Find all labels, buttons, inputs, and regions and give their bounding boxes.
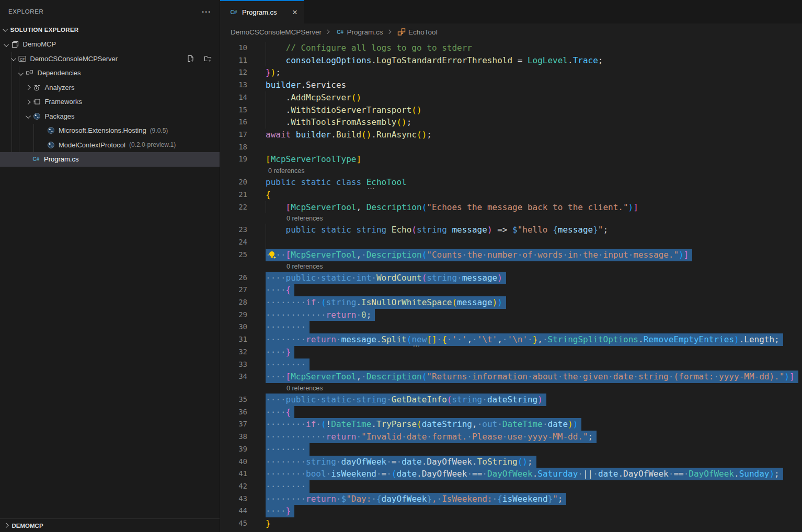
code-content[interactable] [247, 141, 802, 154]
code-line-40[interactable]: 40········string·dayOfWeek·=·date.DayOfW… [220, 456, 802, 468]
code-content[interactable]: ········ [247, 358, 802, 371]
code-content[interactable]: [McpServerToolType] [247, 153, 802, 166]
code-line-27[interactable]: 27····{ [220, 284, 802, 296]
code-line-10[interactable]: 10 // Configure all logs to go to stderr [220, 42, 802, 54]
code-content[interactable]: ········string·dayOfWeek·=·date.DayOfWee… [247, 456, 802, 468]
new-folder-icon[interactable] [204, 54, 212, 63]
breadcrumb-item-echotool[interactable]: EchoTool [394, 28, 438, 36]
code-content[interactable]: ········return·$"Day:·{dayOfWeek},·IsWee… [247, 493, 802, 505]
code-line-23[interactable]: 23 public static string Echo(string mess… [220, 224, 802, 236]
code-content[interactable]: consoleLogOptions.LogToStandardErrorThre… [247, 54, 802, 67]
code-line-36[interactable]: 36····{ [220, 406, 802, 419]
code-line-33[interactable]: 33········ [220, 358, 802, 371]
chevron-right-icon[interactable] [4, 523, 8, 528]
tree-item-demomcp[interactable]: DemoMCP [0, 37, 220, 52]
code-line-31[interactable]: 31········return·message.Split(new[]·{·'… [220, 333, 802, 346]
code-content[interactable]: ····[McpServerTool,·Description("Returns… [247, 371, 802, 383]
chevron-right-icon[interactable] [26, 99, 30, 104]
code-content[interactable]: .WithStdioServerTransport() [247, 104, 802, 117]
breadcrumb-item-program-cs[interactable]: C#Program.cs [333, 28, 383, 36]
code-content[interactable]: { [247, 189, 802, 201]
chevron-down-icon[interactable] [11, 56, 16, 61]
code-content[interactable]: ············return·0; [247, 309, 802, 321]
code-content[interactable]: ····} [247, 346, 802, 358]
chevron-down-icon[interactable] [3, 27, 7, 31]
chevron-right-icon[interactable] [26, 85, 30, 90]
code-line-42[interactable]: 42········ [220, 480, 802, 493]
chevron-down-icon[interactable] [18, 70, 23, 75]
code-content[interactable]: public static class EchoTool [247, 176, 802, 189]
code-content[interactable]: ····[McpServerTool,·Description("Counts·… [247, 249, 802, 261]
code-content[interactable]: ········if·(string.IsNullOrWhiteSpace(me… [247, 296, 802, 309]
code-line-13[interactable]: 13builder.Services [220, 79, 802, 91]
codelens-references[interactable]: 0 references [220, 383, 802, 394]
close-icon[interactable]: × [292, 8, 297, 17]
code-content[interactable]: public static string Echo(string message… [247, 224, 802, 236]
code-line-14[interactable]: 14 .AddMcpServer() [220, 91, 802, 104]
code-line-20[interactable]: 20public static class EchoTool [220, 176, 802, 189]
code-content[interactable]: }); [247, 66, 802, 79]
code-line-25[interactable]: 25····[McpServerTool,·Description("Count… [220, 249, 802, 261]
codelens-references[interactable]: 0 references [220, 261, 802, 272]
solution-explorer-section-header[interactable]: SOLUTION EXPLORER [0, 23, 220, 36]
lightbulb-icon[interactable] [268, 250, 277, 260]
code-line-24[interactable]: 24 [220, 236, 802, 249]
new-file-icon[interactable] [186, 54, 194, 63]
code-line-41[interactable]: 41········bool·isWeekend·=·(date.DayOfWe… [220, 468, 802, 480]
chevron-down-icon[interactable] [26, 113, 30, 118]
codelens-references[interactable]: 0 references [220, 166, 802, 176]
code-content[interactable]: [McpServerTool, Description("Echoes the … [247, 201, 802, 214]
code-content[interactable] [247, 236, 802, 249]
code-content[interactable]: ····} [247, 505, 802, 517]
code-line-43[interactable]: 43········return·$"Day:·{dayOfWeek},·IsW… [220, 493, 802, 505]
code-line-18[interactable]: 18 [220, 141, 802, 154]
code-content[interactable]: ········if·(!DateTime.TryParse(dateStrin… [247, 418, 802, 431]
code-line-12[interactable]: 12}); [220, 66, 802, 79]
code-line-19[interactable]: 19[McpServerToolType] [220, 153, 802, 166]
code-content[interactable]: .AddMcpServer() [247, 91, 802, 104]
code-content[interactable]: await builder.Build().RunAsync(); [247, 129, 802, 141]
code-line-29[interactable]: 29············return·0; [220, 309, 802, 321]
more-actions-icon[interactable]: ··· [202, 7, 211, 16]
code-line-45[interactable]: 45} [220, 517, 802, 530]
code-area[interactable]: 10 // Configure all logs to go to stderr… [220, 40, 802, 532]
code-content[interactable]: } [247, 517, 802, 530]
code-content[interactable]: ········return·message.Split(new[]·{·'·'… [247, 333, 802, 346]
code-line-16[interactable]: 16 .WithToolsFromAssembly(); [220, 116, 802, 129]
code-content[interactable]: // Configure all logs to go to stderr [247, 42, 802, 54]
code-line-32[interactable]: 32····} [220, 346, 802, 358]
tree-item-analyzers[interactable]: Analyzers [0, 80, 220, 95]
code-content[interactable]: ········ [247, 321, 802, 333]
code-line-37[interactable]: 37········if·(!DateTime.TryParse(dateStr… [220, 418, 802, 431]
code-content[interactable]: ····public·static·string·GetDateInfo(str… [247, 394, 802, 406]
tree-item-microsoft-extensions-hosting[interactable]: Microsoft.Extensions.Hosting(9.0.5) [0, 123, 220, 138]
tree-item-dependencies[interactable]: Dependencies [0, 66, 220, 80]
tree-item-modelcontextprotocol[interactable]: ModelContextProtocol(0.2.0-preview.1) [0, 138, 220, 153]
tree-item-program-cs[interactable]: C#Program.cs [0, 152, 220, 167]
chevron-down-icon[interactable] [4, 41, 8, 46]
tree-item-frameworks[interactable]: Frameworks [0, 95, 220, 109]
code-content[interactable]: ····{ [247, 284, 802, 296]
code-line-22[interactable]: 22 [McpServerTool, Description("Echoes t… [220, 201, 802, 214]
code-line-17[interactable]: 17await builder.Build().RunAsync(); [220, 129, 802, 141]
code-line-34[interactable]: 34····[McpServerTool,·Description("Retur… [220, 371, 802, 383]
tree-item-packages[interactable]: Packages [0, 109, 220, 124]
code-line-15[interactable]: 15 .WithStdioServerTransport() [220, 104, 802, 117]
breadcrumb-item-democsconsolemcpserver[interactable]: DemoCSConsoleMCPServer [231, 28, 322, 36]
code-content[interactable]: builder.Services [247, 79, 802, 91]
code-content[interactable]: ············return·"Invalid·date·format.… [247, 431, 802, 443]
tree-item-democsconsolemcpserver[interactable]: C#DemoCSConsoleMCPServer [0, 52, 220, 66]
code-line-44[interactable]: 44····} [220, 505, 802, 517]
code-line-30[interactable]: 30········ [220, 321, 802, 333]
sidebar-bottom-section[interactable]: DEMOMCP [0, 518, 220, 532]
code-line-21[interactable]: 21{ [220, 189, 802, 201]
tab-program-cs[interactable]: C# Program.cs × [220, 0, 304, 24]
code-content[interactable]: ····{ [247, 406, 802, 419]
code-line-39[interactable]: 39········ [220, 443, 802, 456]
codelens-references[interactable]: 0 references [220, 213, 802, 224]
code-line-11[interactable]: 11 consoleLogOptions.LogToStandardErrorT… [220, 54, 802, 67]
code-content[interactable]: ········bool·isWeekend·=·(date.DayOfWeek… [247, 468, 802, 480]
code-content[interactable]: ········ [247, 480, 802, 493]
code-line-26[interactable]: 26····public·static·int·WordCount(string… [220, 272, 802, 284]
code-content[interactable]: ········ [247, 443, 802, 456]
